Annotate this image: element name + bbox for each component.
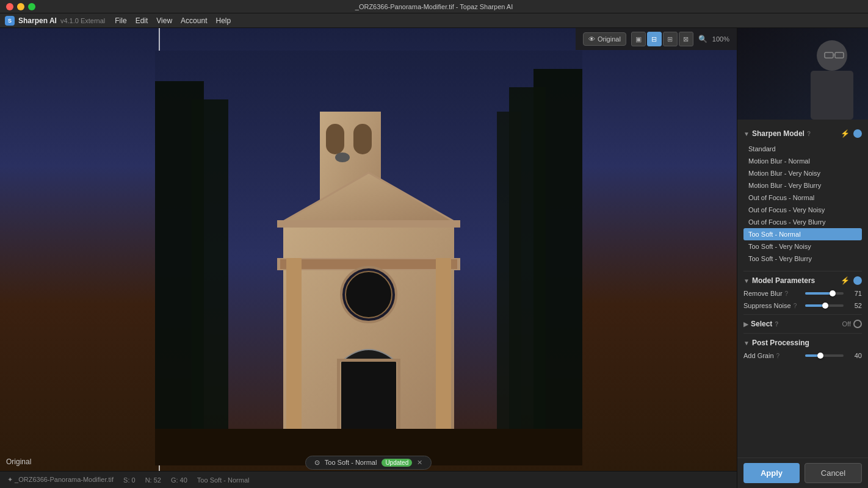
svg-point-9 xyxy=(335,152,350,162)
app-icon: S xyxy=(5,16,15,26)
s-value: S: 0 xyxy=(123,476,136,484)
suppress-noise-slider[interactable] xyxy=(805,304,844,307)
view-icons: ▣ ⊟ ⊞ ⊠ xyxy=(631,32,693,46)
filename: ✦ _ORZ6366-Panorama-Modifier.tif xyxy=(7,476,114,484)
suppress-noise-help[interactable]: ? xyxy=(794,303,797,309)
svg-rect-21 xyxy=(338,359,399,362)
suppress-noise-label: Suppress Noise ? xyxy=(743,302,801,309)
app-version: v4.1.0 External xyxy=(60,17,105,24)
svg-rect-8 xyxy=(353,124,372,154)
menu-view[interactable]: View xyxy=(156,16,172,25)
svg-rect-27 xyxy=(811,71,853,120)
menu-items[interactable]: File Edit View Account Help xyxy=(115,16,231,25)
post-processing-title: ▼ Post Processing xyxy=(743,339,809,347)
params-toggle[interactable] xyxy=(853,276,862,285)
add-grain-help[interactable]: ? xyxy=(776,353,780,359)
add-grain-row: Add Grain ? 40 xyxy=(743,352,862,359)
apply-button[interactable]: Apply xyxy=(743,463,800,483)
collapse-params-icon[interactable]: ▼ xyxy=(743,278,750,284)
action-buttons: Apply Cancel xyxy=(737,458,868,488)
sharpen-model-title: ▼ Sharpen Model ? xyxy=(743,129,811,138)
image-area[interactable]: 👁 Original ▣ ⊟ ⊞ ⊠ 🔍 100% ↔ xyxy=(0,28,737,488)
model-params-controls: ⚡ xyxy=(841,276,862,285)
add-grain-value: 40 xyxy=(847,352,862,359)
model-too-soft-blurry[interactable]: Too Soft - Very Blurry xyxy=(743,253,862,265)
sharpen-model-toggle[interactable] xyxy=(853,129,862,138)
view-split-button[interactable]: ⊟ xyxy=(647,32,662,46)
menu-bar: S Sharpen AI v4.1.0 External File Edit V… xyxy=(0,13,868,28)
view-dual-button[interactable]: ⊞ xyxy=(663,32,678,46)
add-grain-slider[interactable] xyxy=(805,354,844,357)
updated-badge: Updated xyxy=(382,459,412,467)
model-too-soft-normal[interactable]: Too Soft - Normal xyxy=(743,228,862,240)
model-motion-blur-normal[interactable]: Motion Blur - Normal xyxy=(743,155,862,167)
webcam-feed xyxy=(737,28,868,120)
close-button[interactable] xyxy=(6,3,13,10)
model-oof-noisy[interactable]: Out of Focus - Very Noisy xyxy=(743,204,862,216)
svg-point-19 xyxy=(345,271,392,318)
divider-1 xyxy=(743,271,862,271)
sharpen-model-header: ▼ Sharpen Model ? ⚡ xyxy=(743,129,862,138)
remove-blur-slider[interactable] xyxy=(805,292,844,295)
svg-rect-23 xyxy=(397,359,400,435)
model-params-header: ▼ Model Parameters ⚡ xyxy=(743,276,862,285)
original-button[interactable]: 👁 Original xyxy=(583,32,626,46)
svg-rect-5 xyxy=(497,112,521,465)
cancel-button[interactable]: Cancel xyxy=(805,463,862,483)
status-bar: ✦ _ORZ6366-Panorama-Modifier.tif S: 0 N:… xyxy=(0,471,737,488)
collapse-sharpen-icon[interactable]: ▼ xyxy=(743,131,750,137)
post-processing-header: ▼ Post Processing xyxy=(743,339,862,347)
model-oof-blurry[interactable]: Out of Focus - Very Blurry xyxy=(743,216,862,228)
model-oof-normal[interactable]: Out of Focus - Normal xyxy=(743,192,862,204)
model-status-pill: ⊙ Too Soft - Normal Updated ✕ xyxy=(305,456,432,470)
status-icon-left: ⊙ xyxy=(314,459,320,467)
select-help[interactable]: ? xyxy=(775,321,778,328)
sharpen-model-help[interactable]: ? xyxy=(807,131,811,137)
svg-rect-2 xyxy=(192,99,228,465)
status-icon-right: ✕ xyxy=(417,459,422,467)
remove-blur-help[interactable]: ? xyxy=(785,290,789,297)
menu-help[interactable]: Help xyxy=(215,16,231,25)
view-single-button[interactable]: ▣ xyxy=(631,32,646,46)
model-standard[interactable]: Standard xyxy=(743,143,862,155)
collapse-select-icon[interactable]: ▶ xyxy=(743,321,748,328)
main-container: 👁 Original ▣ ⊟ ⊞ ⊠ 🔍 100% ↔ xyxy=(0,28,868,488)
svg-rect-20 xyxy=(341,362,396,435)
svg-rect-22 xyxy=(337,359,340,435)
right-panel: ▼ Sharpen Model ? ⚡ Standard Motion Blur… xyxy=(737,28,868,488)
model-params-title: ▼ Model Parameters xyxy=(743,276,815,285)
select-row: ▶ Select ? Off xyxy=(743,320,862,328)
model-motion-blur-noisy[interactable]: Motion Blur - Very Noisy xyxy=(743,167,862,179)
zoom-icon: 🔍 xyxy=(698,35,707,43)
minimize-button[interactable] xyxy=(17,3,24,10)
model-too-soft-noisy[interactable]: Too Soft - Very Noisy xyxy=(743,240,862,253)
window-controls[interactable] xyxy=(6,3,35,10)
menu-edit[interactable]: Edit xyxy=(136,16,148,25)
church-illustration xyxy=(155,51,582,465)
webcam-area xyxy=(737,28,868,120)
menu-account[interactable]: Account xyxy=(181,16,207,25)
eye-icon: 👁 xyxy=(588,35,595,43)
select-state: Off xyxy=(842,320,862,328)
model-motion-blur-blurry[interactable]: Motion Blur - Very Blurry xyxy=(743,179,862,192)
svg-rect-16 xyxy=(286,258,302,435)
church-image: ↔ xyxy=(0,28,737,488)
panel-content: ▼ Sharpen Model ? ⚡ Standard Motion Blur… xyxy=(737,120,868,458)
menu-file[interactable]: File xyxy=(115,16,126,25)
collapse-post-icon[interactable]: ▼ xyxy=(743,340,750,346)
zoom-level: 100% xyxy=(712,35,729,43)
model-list: Standard Motion Blur - Normal Motion Blu… xyxy=(743,143,862,265)
g-value: G: 40 xyxy=(171,476,187,484)
divider-2 xyxy=(743,314,862,315)
model-status-label: Too Soft - Normal xyxy=(325,459,377,466)
app-branding: S Sharpen AI v4.1.0 External xyxy=(5,16,105,26)
params-lightning-icon: ⚡ xyxy=(841,276,850,285)
svg-rect-13 xyxy=(277,220,460,228)
image-toolbar: 👁 Original ▣ ⊟ ⊞ ⊠ 🔍 100% xyxy=(576,28,737,50)
bottom-bar: ⊙ Too Soft - Normal Updated ✕ xyxy=(0,454,737,471)
maximize-button[interactable] xyxy=(28,3,35,10)
select-toggle[interactable] xyxy=(853,320,862,328)
n-value: N: 52 xyxy=(145,476,161,484)
view-quad-button[interactable]: ⊠ xyxy=(679,32,693,46)
svg-rect-17 xyxy=(436,258,451,435)
